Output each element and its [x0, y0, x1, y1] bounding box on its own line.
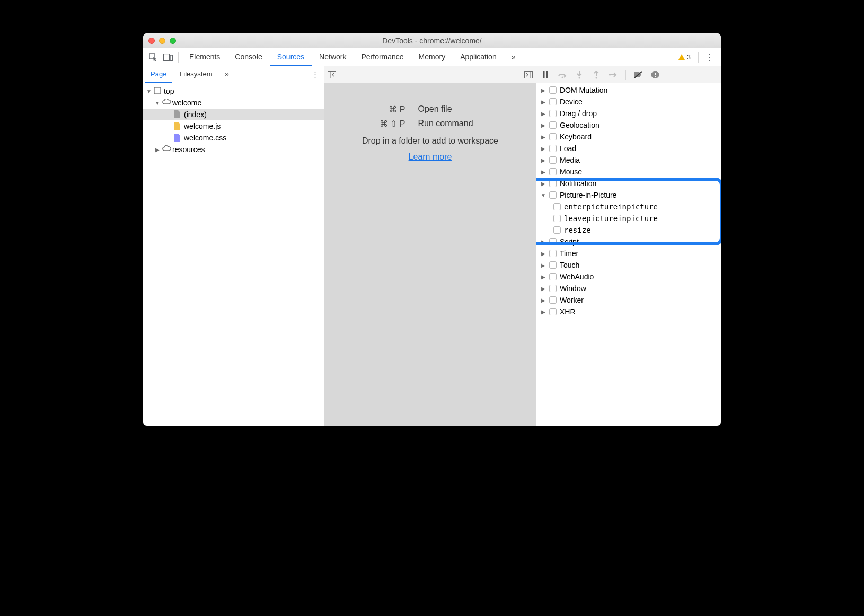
- caret-down-icon: ▼: [155, 100, 160, 106]
- navigator-tab-filesystem[interactable]: Filesystem: [174, 66, 217, 83]
- tab-sources[interactable]: Sources: [270, 48, 312, 66]
- breakpoint-checkbox[interactable]: [549, 238, 557, 245]
- breakpoint-checkbox[interactable]: [553, 203, 561, 210]
- caret-right-icon: ▶: [541, 99, 546, 105]
- breakpoint-checkbox[interactable]: [549, 296, 557, 304]
- breakpoint-category[interactable]: ▶Geolocation: [536, 119, 721, 131]
- cloud-icon: [162, 145, 170, 154]
- breakpoint-checkbox[interactable]: [549, 156, 557, 164]
- breakpoint-checkbox[interactable]: [549, 98, 557, 105]
- caret-right-icon: ▶: [541, 181, 546, 187]
- settings-menu-icon[interactable]: ⋮: [702, 51, 718, 63]
- breakpoint-checkbox[interactable]: [549, 133, 557, 140]
- caret-right-icon: ▶: [541, 134, 546, 140]
- breakpoint-category[interactable]: ▶Timer: [536, 248, 721, 259]
- breakpoint-category[interactable]: ▶XHR: [536, 306, 721, 318]
- navigator-tab-page[interactable]: Page: [145, 66, 172, 83]
- breakpoint-checkbox[interactable]: [549, 285, 557, 292]
- navigator-tab-overflow[interactable]: »: [220, 66, 234, 83]
- breakpoint-category[interactable]: ▶WebAudio: [536, 271, 721, 283]
- breakpoint-checkbox[interactable]: [549, 168, 557, 175]
- navigator-more-icon[interactable]: ⋮: [312, 71, 319, 78]
- breakpoint-checkbox[interactable]: [549, 145, 557, 152]
- breakpoint-category[interactable]: ▶Drag / drop: [536, 108, 721, 119]
- tree-label: resources: [172, 145, 205, 154]
- pause-on-exceptions-icon[interactable]: [650, 70, 660, 80]
- js-file-icon: [174, 122, 182, 130]
- breakpoint-label: Load: [560, 144, 576, 153]
- svg-point-10: [562, 76, 563, 78]
- tree-label: welcome.css: [184, 134, 226, 142]
- tree-node-resources[interactable]: ▶ resources: [143, 144, 324, 155]
- tab-memory[interactable]: Memory: [411, 48, 453, 66]
- svg-rect-2: [170, 55, 173, 61]
- breakpoint-checkbox[interactable]: [549, 86, 557, 94]
- step-over-icon[interactable]: [558, 70, 567, 80]
- tree-node-welcomecss[interactable]: welcome.css: [143, 132, 324, 144]
- caret-right-icon: ▶: [541, 262, 546, 268]
- show-debugger-icon[interactable]: [524, 71, 533, 78]
- breakpoint-category[interactable]: ▶Mouse: [536, 166, 721, 178]
- breakpoint-checkbox[interactable]: [553, 226, 561, 234]
- breakpoint-event-label: enterpictureinpicture: [564, 203, 658, 211]
- tab-elements[interactable]: Elements: [182, 48, 227, 66]
- tab-console[interactable]: Console: [227, 48, 269, 66]
- caret-right-icon: ▶: [541, 309, 546, 315]
- caret-right-icon: ▶: [541, 87, 546, 93]
- tree-node-index[interactable]: (index): [143, 109, 324, 120]
- show-navigator-icon[interactable]: [328, 71, 336, 78]
- caret-right-icon: ▶: [541, 122, 546, 128]
- tab-performance[interactable]: Performance: [354, 48, 411, 66]
- breakpoint-checkbox[interactable]: [549, 191, 557, 199]
- learn-more-link[interactable]: Learn more: [409, 152, 452, 162]
- breakpoint-category[interactable]: ▶Keyboard: [536, 131, 721, 143]
- breakpoint-category[interactable]: ▶Media: [536, 154, 721, 166]
- warnings-count: 3: [687, 53, 691, 61]
- toolbar-separator: [698, 52, 699, 63]
- tree-node-welcome[interactable]: ▼ welcome: [143, 97, 324, 109]
- breakpoint-checkbox[interactable]: [549, 273, 557, 280]
- breakpoint-checkbox[interactable]: [549, 121, 557, 129]
- breakpoint-event-label: resize: [564, 226, 591, 234]
- tree-node-top[interactable]: ▼ top: [143, 85, 324, 97]
- svg-rect-6: [525, 71, 533, 78]
- breakpoint-event[interactable]: enterpictureinpicture: [536, 201, 721, 213]
- breakpoint-category[interactable]: ▶Window: [536, 283, 721, 294]
- device-toolbar-icon[interactable]: [161, 50, 175, 64]
- breakpoint-event[interactable]: leavepictureinpicture: [536, 213, 721, 224]
- breakpoint-category[interactable]: ▶DOM Mutation: [536, 84, 721, 96]
- inspect-element-icon[interactable]: [146, 50, 160, 64]
- breakpoint-label: Keyboard: [560, 133, 592, 141]
- editor-placeholder: ⌘ P Open file ⌘ ⇧ P Run command Drop in …: [324, 83, 536, 426]
- breakpoint-category[interactable]: ▶Worker: [536, 294, 721, 306]
- window-title: DevTools - chrome://welcome/: [143, 37, 721, 45]
- titlebar: DevTools - chrome://welcome/: [143, 33, 721, 48]
- svg-rect-9: [546, 71, 549, 78]
- breakpoint-checkbox[interactable]: [549, 250, 557, 257]
- breakpoint-category[interactable]: ▶Load: [536, 143, 721, 154]
- step-icon[interactable]: [609, 70, 618, 80]
- tabs-overflow[interactable]: »: [504, 48, 523, 66]
- step-into-icon[interactable]: [575, 70, 584, 80]
- deactivate-breakpoints-icon[interactable]: [633, 70, 643, 80]
- breakpoint-category[interactable]: ▶Script: [536, 236, 721, 248]
- tab-application[interactable]: Application: [453, 48, 504, 66]
- breakpoint-checkbox[interactable]: [549, 180, 557, 187]
- tab-network[interactable]: Network: [312, 48, 354, 66]
- pause-icon[interactable]: [541, 70, 550, 80]
- breakpoint-category[interactable]: ▶Touch: [536, 259, 721, 271]
- breakpoint-checkbox[interactable]: [553, 215, 561, 222]
- breakpoint-category[interactable]: ▼Picture-in-Picture: [536, 189, 721, 201]
- breakpoint-event[interactable]: resize: [536, 224, 721, 236]
- caret-down-icon: ▼: [146, 89, 152, 94]
- breakpoint-checkbox[interactable]: [549, 308, 557, 315]
- caret-right-icon: ▶: [541, 239, 546, 245]
- warnings-badge[interactable]: 3: [674, 53, 695, 61]
- breakpoint-category[interactable]: ▶Device: [536, 96, 721, 108]
- step-out-icon[interactable]: [592, 70, 601, 80]
- tree-node-welcomejs[interactable]: welcome.js: [143, 120, 324, 132]
- shortcut-open-label: Open file: [418, 104, 503, 115]
- breakpoint-category[interactable]: ▶Notification: [536, 178, 721, 189]
- breakpoint-checkbox[interactable]: [549, 110, 557, 117]
- breakpoint-checkbox[interactable]: [549, 261, 557, 269]
